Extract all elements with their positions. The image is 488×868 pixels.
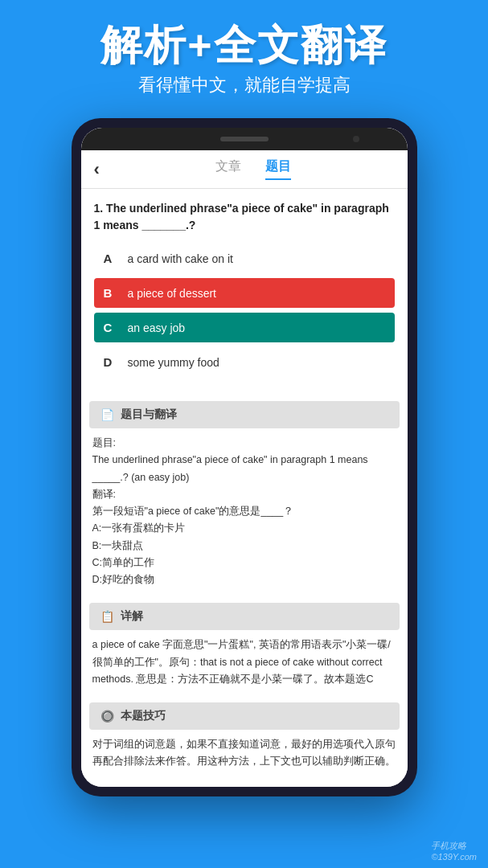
watermark: 手机攻略©139Y.com [431, 840, 477, 862]
analysis-title: 详解 [121, 609, 143, 624]
tab-question[interactable]: 题目 [265, 158, 291, 180]
phone-camera [353, 136, 359, 142]
tips-icon: 🔘 [100, 710, 114, 723]
analysis-icon: 📋 [100, 610, 114, 623]
analysis-header[interactable]: 📋 详解 [89, 603, 400, 630]
tab-article[interactable]: 文章 [215, 158, 241, 180]
option-c[interactable]: C an easy job [94, 313, 395, 342]
back-button[interactable]: ‹ [94, 159, 100, 180]
phone-device: ‹ 文章 题目 1. The underlined phrase"a piece… [72, 118, 417, 796]
question-area: 1. The underlined phrase"a piece of cake… [81, 189, 408, 393]
question-text: 1. The underlined phrase"a piece of cake… [94, 200, 395, 234]
nav-tabs: 文章 题目 [113, 158, 395, 180]
tips-content: 对于词组的词意题，如果不直接知道词意，最好的用选项代入原句再配合排除法来作答。用… [89, 736, 400, 777]
option-c-letter: C [104, 321, 117, 334]
analysis-content: a piece of cake 字面意思"一片蛋糕", 英语的常用语表示"小菜一… [89, 637, 400, 694]
option-c-text: an easy job [128, 321, 186, 334]
option-b[interactable]: B a piece of dessert [94, 278, 395, 308]
tips-title: 本题技巧 [121, 709, 166, 723]
header-subtitle: 看得懂中文，就能自学提高 [16, 73, 472, 97]
option-b-text: a piece of dessert [128, 287, 217, 300]
header-title: 解析+全文翻译 [16, 23, 472, 68]
option-b-letter: B [104, 286, 117, 300]
tips-header[interactable]: 🔘 本题技巧 [89, 702, 400, 730]
option-d-letter: D [104, 355, 117, 369]
translation-header[interactable]: 📄 题目与翻译 [89, 401, 400, 428]
header: 解析+全文翻译 看得懂中文，就能自学提高 [0, 0, 488, 105]
option-a-letter: A [104, 252, 117, 265]
option-d-text: some yummy food [128, 356, 219, 369]
phone-screen: ‹ 文章 题目 1. The underlined phrase"a piece… [81, 128, 408, 787]
option-a-text: a card with cake on it [128, 252, 234, 265]
phone-wrapper: ‹ 文章 题目 1. The underlined phrase"a piece… [0, 118, 488, 796]
option-d[interactable]: D some yummy food [94, 347, 395, 377]
phone-speaker [220, 137, 269, 141]
translation-icon: 📄 [100, 408, 114, 421]
sections-container: 📄 题目与翻译 题目: The underlined phrase"a piec… [81, 401, 408, 777]
app-content: ‹ 文章 题目 1. The underlined phrase"a piece… [81, 150, 408, 787]
translation-content: 题目: The underlined phrase"a piece of cak… [89, 435, 400, 595]
translation-title: 题目与翻译 [121, 407, 177, 422]
nav-bar: ‹ 文章 题目 [81, 150, 408, 189]
option-a[interactable]: A a card with cake on it [94, 244, 395, 273]
phone-top-bar [81, 128, 408, 150]
